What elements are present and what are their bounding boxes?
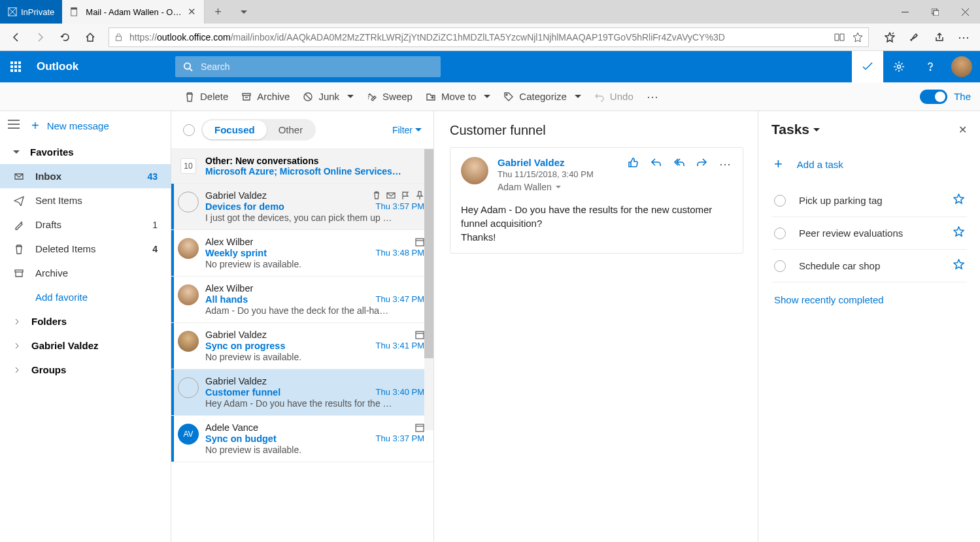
- back-button[interactable]: [4, 25, 27, 49]
- reading-view-icon[interactable]: [834, 32, 845, 42]
- address-bar[interactable]: https://outlook.office.com/mail/inbox/id…: [109, 27, 869, 47]
- reading-from[interactable]: Gabriel Valdez: [498, 157, 618, 168]
- message-more-button[interactable]: ⋯: [719, 157, 732, 171]
- task-checkbox[interactable]: [774, 260, 786, 272]
- message-select-circle[interactable]: [178, 192, 199, 212]
- message-item[interactable]: Gabriel Valdez Devices for demoThu 3:57 …: [171, 184, 433, 230]
- archive-button[interactable]: Archive: [241, 91, 290, 102]
- drafts-icon: [14, 220, 24, 230]
- toggle-label: The: [954, 91, 971, 102]
- tab-title: Mail - Adam Wallen - O…: [86, 7, 181, 17]
- message-item[interactable]: AV Adele Vance Sync on budgetThu 3:37 PM…: [171, 416, 433, 462]
- tab-list-chevron-icon[interactable]: [231, 0, 257, 24]
- user-avatar[interactable]: [951, 56, 972, 77]
- add-task-button[interactable]: +Add a task: [771, 149, 967, 184]
- flag-icon[interactable]: [401, 191, 410, 200]
- message-card: Gabriel Valdez Thu 11/15/2018, 3:40 PM A…: [450, 147, 743, 254]
- app-launcher-button[interactable]: [0, 51, 31, 82]
- focused-tab[interactable]: Focused: [203, 120, 267, 139]
- undo-button[interactable]: Undo: [594, 91, 634, 102]
- sidebar-item-inbox[interactable]: Inbox43: [0, 164, 171, 188]
- mark-read-icon[interactable]: [386, 191, 396, 200]
- task-checkbox[interactable]: [774, 228, 786, 239]
- other-tab[interactable]: Other: [267, 120, 315, 139]
- scrollbar[interactable]: [424, 149, 433, 430]
- new-message-button[interactable]: +New message: [31, 118, 109, 133]
- more-button[interactable]: ⋯: [953, 25, 976, 49]
- notes-button[interactable]: [903, 25, 926, 49]
- window-minimize-button[interactable]: [890, 0, 920, 24]
- sidebar-item-sent[interactable]: Sent Items: [0, 188, 171, 212]
- window-close-button[interactable]: [950, 0, 980, 24]
- add-favorite-link[interactable]: Add favorite: [0, 285, 171, 309]
- star-icon[interactable]: [953, 226, 964, 240]
- message-item[interactable]: Gabriel Valdez Customer funnelThu 3:40 P…: [171, 369, 433, 416]
- forward-button[interactable]: [29, 25, 52, 49]
- junk-button[interactable]: Junk: [303, 91, 354, 102]
- star-icon[interactable]: [953, 259, 964, 273]
- home-button[interactable]: [78, 25, 102, 49]
- favorite-star-icon[interactable]: [853, 32, 863, 42]
- star-icon[interactable]: [953, 194, 964, 207]
- reply-all-icon[interactable]: [673, 157, 684, 168]
- new-outlook-toggle[interactable]: [920, 90, 947, 104]
- search-box[interactable]: [175, 56, 441, 77]
- select-all-checkbox[interactable]: [183, 124, 195, 136]
- sidebar-item-drafts[interactable]: Drafts1: [0, 212, 171, 237]
- sweep-button[interactable]: Sweep: [367, 91, 413, 102]
- sidebar-toggle-button[interactable]: [8, 120, 20, 131]
- categorize-button[interactable]: Categorize: [503, 91, 581, 102]
- folders-heading[interactable]: Folders: [0, 309, 171, 333]
- other-conversations-banner[interactable]: 10 Other: New conversations Microsoft Az…: [171, 149, 433, 184]
- message-item[interactable]: Alex Wilber All handsThu 3:47 PM Adam - …: [171, 277, 433, 323]
- refresh-button[interactable]: [54, 25, 77, 49]
- svg-rect-22: [15, 270, 23, 272]
- svg-rect-10: [116, 37, 121, 41]
- svg-point-18: [506, 94, 507, 95]
- tab-close-icon[interactable]: ✕: [188, 6, 196, 18]
- browser-tab[interactable]: Mail - Adam Wallen - O… ✕: [62, 0, 205, 24]
- tasks-close-button[interactable]: ✕: [958, 124, 967, 136]
- favorites-heading[interactable]: Favorites: [0, 140, 171, 164]
- favorites-button[interactable]: [878, 25, 902, 49]
- reading-to[interactable]: Adam Wallen: [498, 182, 618, 192]
- delete-icon[interactable]: [372, 191, 381, 200]
- task-checkbox[interactable]: [774, 195, 786, 207]
- reply-icon[interactable]: [651, 157, 662, 168]
- share-button[interactable]: [928, 25, 951, 49]
- delete-button[interactable]: Delete: [184, 91, 228, 102]
- sent-icon: [14, 195, 24, 206]
- search-input[interactable]: [201, 61, 433, 72]
- task-item[interactable]: Pick up parking tag: [771, 184, 967, 217]
- person-heading[interactable]: Gabriel Valdez: [0, 333, 171, 358]
- message-item[interactable]: Alex Wilber Weekly sprintThu 3:48 PM No …: [171, 230, 433, 277]
- settings-header-button[interactable]: [883, 51, 915, 82]
- tasks-title[interactable]: Tasks: [771, 122, 820, 137]
- moveto-button[interactable]: Move to: [426, 91, 490, 102]
- mail-toolbar: Delete Archive Junk Sweep Move to Catego…: [0, 82, 980, 111]
- task-item[interactable]: Schedule car shop: [771, 250, 967, 282]
- inbox-icon: [14, 171, 24, 182]
- window-maximize-button[interactable]: [920, 0, 950, 24]
- help-header-button[interactable]: [915, 51, 946, 82]
- like-icon[interactable]: [628, 157, 639, 168]
- app-header: Outlook: [0, 51, 980, 82]
- task-item[interactable]: Peer review evaluations: [771, 217, 967, 250]
- app-name[interactable]: Outlook: [31, 60, 78, 73]
- filter-button[interactable]: Filter: [392, 125, 422, 135]
- message-select-circle[interactable]: [178, 377, 199, 398]
- pin-icon[interactable]: [415, 191, 424, 200]
- svg-rect-15: [243, 93, 250, 95]
- todo-header-button[interactable]: [852, 51, 883, 82]
- sidebar-item-deleted[interactable]: Deleted Items4: [0, 237, 171, 261]
- message-item[interactable]: Gabriel Valdez Sync on progressThu 3:41 …: [171, 323, 433, 369]
- reading-subject: Customer funnel: [450, 123, 743, 138]
- sender-avatar: [461, 157, 488, 184]
- forward-icon[interactable]: [696, 157, 707, 168]
- new-tab-button[interactable]: +: [205, 0, 231, 24]
- sidebar-item-archive[interactable]: Archive: [0, 261, 171, 285]
- toolbar-more-button[interactable]: ⋯: [647, 90, 660, 104]
- groups-heading[interactable]: Groups: [0, 358, 171, 382]
- show-completed-link[interactable]: Show recently completed: [771, 282, 967, 317]
- calendar-icon: [415, 423, 424, 432]
